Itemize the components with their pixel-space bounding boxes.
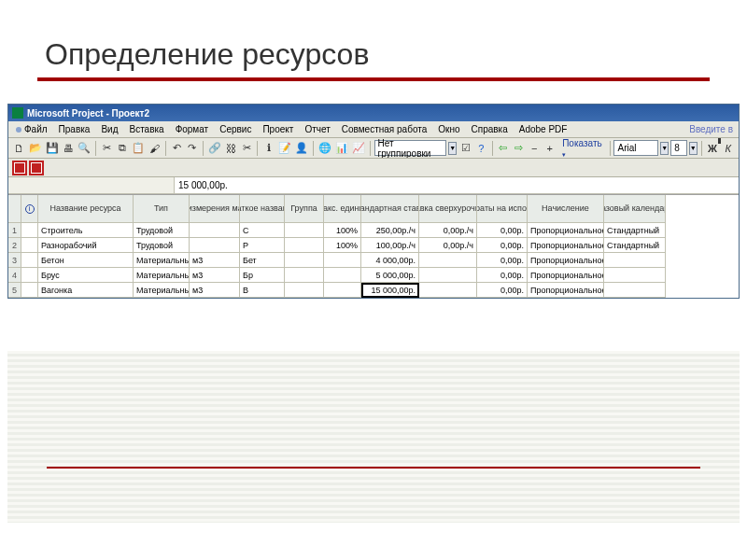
cell-std-rate[interactable]: 100,00р./ч bbox=[361, 238, 419, 253]
col-std-rate[interactable]: Стандартная ставка bbox=[361, 195, 419, 223]
cell-cost-use[interactable]: 0,00р. bbox=[477, 238, 528, 253]
cell-ovt-rate[interactable] bbox=[419, 268, 477, 283]
cell-cost-use[interactable]: 0,00р. bbox=[477, 283, 528, 298]
cell-max[interactable]: 100% bbox=[324, 223, 361, 238]
menu-window[interactable]: Окно bbox=[432, 124, 465, 134]
cell-type[interactable]: Трудовой bbox=[134, 238, 190, 253]
dropdown-arrow-icon[interactable]: ▼ bbox=[689, 142, 698, 155]
link-button[interactable]: 🔗 bbox=[207, 140, 222, 157]
cell-std-rate-active[interactable]: 15 000,00р. bbox=[361, 283, 419, 298]
col-base-calendar[interactable]: Базовый календарь bbox=[604, 195, 666, 223]
format-painter-button[interactable]: 🖌 bbox=[148, 140, 162, 157]
copy-button[interactable]: ⧉ bbox=[116, 140, 130, 157]
col-ovt-rate[interactable]: Ставка сверхурочных bbox=[419, 195, 477, 223]
undo-button[interactable]: ↶ bbox=[170, 140, 184, 157]
cell-group[interactable] bbox=[285, 283, 324, 298]
menu-format[interactable]: Формат bbox=[170, 124, 215, 134]
cell-info[interactable] bbox=[21, 253, 38, 268]
formula-value[interactable]: 15 000,00р. bbox=[175, 180, 232, 190]
print-preview-button[interactable]: 🔍 bbox=[77, 140, 92, 157]
cell-accrue[interactable]: Пропорциональное bbox=[528, 283, 604, 298]
cell-type[interactable]: Материальный bbox=[134, 253, 190, 268]
cell-info[interactable] bbox=[21, 283, 38, 298]
cell-calendar[interactable]: Стандартный bbox=[604, 238, 666, 253]
col-max-units[interactable]: Макс. единиц bbox=[324, 195, 361, 223]
menu-project[interactable]: Проект bbox=[257, 124, 299, 134]
row-header[interactable]: 1 bbox=[8, 223, 21, 238]
menu-adobe-pdf[interactable]: Adobe PDF bbox=[514, 124, 573, 134]
row-header[interactable]: 4 bbox=[8, 268, 21, 283]
cell-info[interactable] bbox=[21, 223, 38, 238]
cell-max[interactable]: 100% bbox=[324, 238, 361, 253]
menu-tools[interactable]: Сервис bbox=[214, 124, 257, 134]
grouping-dropdown[interactable]: Нет группировки bbox=[374, 140, 447, 156]
cell-max[interactable] bbox=[324, 253, 361, 268]
menu-edit[interactable]: Правка bbox=[53, 124, 96, 134]
cell-units[interactable]: м3 bbox=[190, 253, 240, 268]
indent-button[interactable]: ⇨ bbox=[512, 140, 526, 157]
cut-button[interactable]: ✂ bbox=[100, 140, 114, 157]
assign-button[interactable]: 👤 bbox=[294, 140, 309, 157]
cell-max[interactable] bbox=[324, 283, 361, 298]
menu-insert[interactable]: Вставка bbox=[123, 124, 169, 134]
cell-cost-use[interactable]: 0,00р. bbox=[477, 253, 528, 268]
cell-units[interactable]: м3 bbox=[190, 268, 240, 283]
cell-short[interactable]: Бет bbox=[240, 253, 285, 268]
cell-group[interactable] bbox=[285, 253, 324, 268]
row-header[interactable]: 3 bbox=[8, 253, 21, 268]
font-size-dropdown[interactable]: 8 bbox=[670, 140, 687, 156]
cell-type[interactable]: Материальный bbox=[134, 268, 190, 283]
cell-name[interactable]: Строитель bbox=[38, 223, 134, 238]
cell-std-rate[interactable]: 4 000,00р. bbox=[361, 253, 419, 268]
new-button[interactable]: 🗋 bbox=[12, 140, 26, 157]
cell-calendar[interactable] bbox=[604, 283, 666, 298]
col-info[interactable]: i bbox=[21, 195, 38, 223]
paste-button[interactable]: 📋 bbox=[131, 140, 146, 157]
dropdown-arrow-icon[interactable]: ▼ bbox=[660, 142, 669, 155]
cell-type[interactable]: Трудовой bbox=[134, 223, 190, 238]
report-button[interactable]: 📊 bbox=[334, 140, 349, 157]
cell-calendar[interactable] bbox=[604, 253, 666, 268]
col-cost-per-use[interactable]: Затраты на использ. bbox=[477, 195, 528, 223]
notes-button[interactable]: 📝 bbox=[277, 140, 292, 157]
cell-group[interactable] bbox=[285, 223, 324, 238]
help-search-prompt[interactable]: Введите в bbox=[689, 124, 737, 134]
cell-short[interactable]: Бр bbox=[240, 268, 285, 283]
cell-units[interactable]: м3 bbox=[190, 283, 240, 298]
font-name-dropdown[interactable]: Arial bbox=[613, 140, 658, 156]
redo-button[interactable]: ↷ bbox=[186, 140, 200, 157]
split-button[interactable]: ✂ bbox=[240, 140, 254, 157]
col-accrue[interactable]: Начисление bbox=[528, 195, 604, 223]
cell-accrue[interactable]: Пропорциональное bbox=[528, 253, 604, 268]
help-button[interactable]: ? bbox=[474, 140, 488, 157]
menu-view[interactable]: Вид bbox=[95, 124, 123, 134]
cell-max[interactable] bbox=[324, 268, 361, 283]
cell-info[interactable] bbox=[21, 268, 38, 283]
print-button[interactable]: 🖶 bbox=[62, 140, 76, 157]
cell-type[interactable]: Материальный bbox=[134, 283, 190, 298]
pdf-convert-icon[interactable] bbox=[12, 161, 27, 175]
menu-report[interactable]: Отчет bbox=[299, 124, 335, 134]
publish-button[interactable]: 🌐 bbox=[317, 140, 332, 157]
cell-short[interactable]: Р bbox=[240, 238, 285, 253]
row-header[interactable]: 2 bbox=[8, 238, 21, 253]
cell-ovt-rate[interactable]: 0,00р./ч bbox=[419, 223, 477, 238]
collapse-button[interactable]: − bbox=[528, 140, 542, 157]
cell-accrue[interactable]: Пропорциональное bbox=[528, 223, 604, 238]
italic-button[interactable]: К bbox=[721, 140, 735, 157]
cell-name[interactable]: Разнорабочий bbox=[38, 238, 134, 253]
col-group[interactable]: Группа bbox=[285, 195, 324, 223]
cell-accrue[interactable]: Пропорциональное bbox=[528, 238, 604, 253]
pdf-mail-icon[interactable] bbox=[29, 161, 44, 175]
col-initials[interactable]: Краткое название bbox=[240, 195, 285, 223]
cell-short[interactable]: В bbox=[240, 283, 285, 298]
expand-button[interactable]: + bbox=[543, 140, 557, 157]
cell-group[interactable] bbox=[285, 268, 324, 283]
cell-short[interactable]: С bbox=[240, 223, 285, 238]
show-menu[interactable]: Показать ▾ bbox=[558, 138, 606, 159]
cell-accrue[interactable]: Пропорциональное bbox=[528, 268, 604, 283]
cell-group[interactable] bbox=[285, 238, 324, 253]
outdent-button[interactable]: ⇦ bbox=[496, 140, 510, 157]
cell-ovt-rate[interactable] bbox=[419, 253, 477, 268]
cell-units[interactable] bbox=[190, 238, 240, 253]
